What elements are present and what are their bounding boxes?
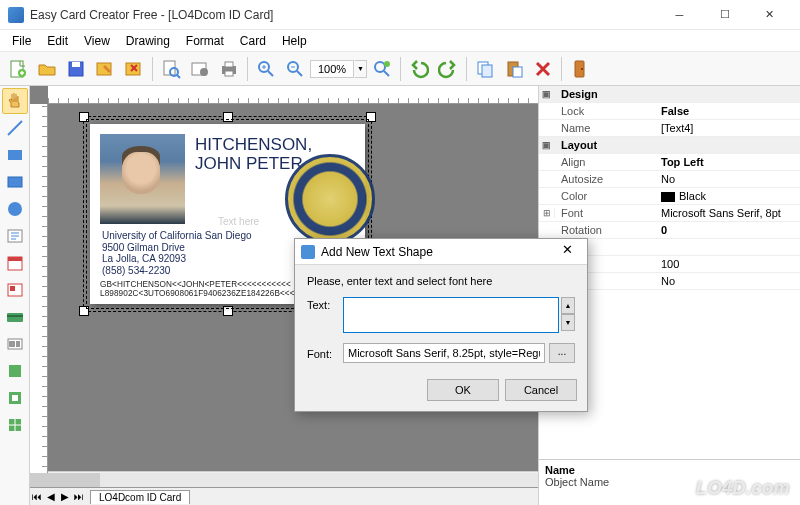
svg-rect-28	[8, 257, 22, 261]
tool-palette	[0, 86, 30, 505]
svg-rect-18	[482, 65, 492, 77]
svg-point-25	[8, 202, 22, 216]
print-button[interactable]	[215, 55, 243, 83]
menu-edit[interactable]: Edit	[39, 32, 76, 50]
maximize-button[interactable]: ☐	[702, 1, 747, 29]
ruler-horizontal	[48, 86, 538, 104]
close-button[interactable]: ✕	[747, 1, 792, 29]
menu-help[interactable]: Help	[274, 32, 315, 50]
dialog-close-button[interactable]: ✕	[553, 242, 581, 262]
text-spin-up[interactable]: ▲	[561, 297, 575, 314]
menu-drawing[interactable]: Drawing	[118, 32, 178, 50]
svg-rect-32	[7, 315, 23, 317]
tool-shape-a[interactable]	[2, 358, 28, 384]
sheet-tabs: ⏮ ◀ ▶ ⏭ LO4Dcom ID Card	[30, 487, 538, 505]
tool-barcode[interactable]	[2, 331, 28, 357]
menu-file[interactable]: File	[4, 32, 39, 50]
main-toolbar: 100% ▼	[0, 52, 800, 86]
card-name-line2: JOHN PETER	[195, 154, 303, 173]
tool-card[interactable]	[2, 304, 28, 330]
svg-point-15	[375, 62, 385, 72]
watermark: LO4D.com	[696, 478, 790, 499]
ok-button[interactable]: OK	[427, 379, 499, 401]
paste-button[interactable]	[500, 55, 528, 83]
tool-rect[interactable]	[2, 142, 28, 168]
edit-button[interactable]	[91, 55, 119, 83]
prop-name[interactable]: [Text4]	[655, 122, 800, 134]
svg-rect-11	[225, 62, 233, 67]
card-mrz[interactable]: GB<HITCHENSON<<JOHN<PETER<<<<<<<<<<< L89…	[100, 280, 314, 298]
zoom-in-button[interactable]	[252, 55, 280, 83]
svg-rect-23	[8, 150, 22, 160]
tool-image[interactable]	[2, 277, 28, 303]
prop-align[interactable]: Top Left	[655, 156, 800, 168]
minimize-button[interactable]: ─	[657, 1, 702, 29]
svg-rect-31	[7, 313, 23, 322]
card-address[interactable]: University of California San Diego 9500 …	[102, 230, 252, 276]
exit-button[interactable]	[566, 55, 594, 83]
delete-button[interactable]	[120, 55, 148, 83]
remove-button[interactable]	[529, 55, 557, 83]
sheet-next[interactable]: ▶	[58, 491, 72, 502]
tool-text[interactable]	[2, 223, 28, 249]
tool-shape-c[interactable]	[2, 412, 28, 438]
prop-autosize[interactable]: No	[655, 173, 800, 185]
collapse-layout[interactable]: ▣	[539, 140, 555, 150]
svg-rect-12	[225, 71, 233, 76]
menubar: File Edit View Drawing Format Card Help	[0, 30, 800, 52]
tool-shape-b[interactable]	[2, 385, 28, 411]
dialog-title: Add New Text Shape	[321, 245, 553, 259]
save-button[interactable]	[62, 55, 90, 83]
prop-extra2[interactable]: No	[655, 275, 800, 287]
add-text-dialog: Add New Text Shape ✕ Please, enter text …	[294, 238, 588, 412]
svg-rect-36	[12, 395, 18, 401]
zoom-fit-button[interactable]	[368, 55, 396, 83]
text-spin-down[interactable]: ▼	[561, 314, 575, 331]
redo-button[interactable]	[434, 55, 462, 83]
window-title: Easy Card Creator Free - [LO4Dcom ID Car…	[30, 8, 657, 22]
svg-rect-34	[9, 365, 21, 377]
sheet-prev[interactable]: ◀	[44, 491, 58, 502]
tool-hand[interactable]	[2, 88, 28, 114]
zoom-dropdown[interactable]: ▼	[355, 60, 367, 78]
card-seal[interactable]	[285, 154, 375, 244]
open-button[interactable]	[33, 55, 61, 83]
text-input[interactable]	[343, 297, 559, 333]
menu-format[interactable]: Format	[178, 32, 232, 50]
menu-view[interactable]: View	[76, 32, 118, 50]
tool-circle[interactable]	[2, 196, 28, 222]
font-label: Font:	[307, 346, 343, 360]
prop-lock[interactable]: False	[655, 105, 800, 117]
tool-date[interactable]	[2, 250, 28, 276]
preview-button[interactable]	[157, 55, 185, 83]
cancel-button[interactable]: Cancel	[505, 379, 577, 401]
card-text-placeholder[interactable]: Text here	[218, 216, 259, 227]
scrollbar-horizontal[interactable]	[30, 471, 538, 487]
card-name[interactable]: HITCHENSON, JOHN PETER	[195, 136, 312, 173]
tool-line[interactable]	[2, 115, 28, 141]
font-browse-button[interactable]: ...	[549, 343, 575, 363]
expand-font[interactable]: ⊞	[539, 208, 555, 218]
menu-card[interactable]: Card	[232, 32, 274, 50]
new-button[interactable]	[4, 55, 32, 83]
prop-color[interactable]: Black	[655, 190, 800, 202]
app-icon	[8, 7, 24, 23]
copy-button[interactable]	[471, 55, 499, 83]
font-input[interactable]	[343, 343, 545, 363]
tool-rect-outline[interactable]	[2, 169, 28, 195]
sheet-tab[interactable]: LO4Dcom ID Card	[90, 490, 190, 504]
collapse-design[interactable]: ▣	[539, 89, 555, 99]
dialog-icon	[301, 245, 315, 259]
prop-font[interactable]: Microsoft Sans Serif, 8pt	[655, 207, 800, 219]
svg-rect-24	[8, 177, 22, 187]
zoom-out-button[interactable]	[281, 55, 309, 83]
card-photo[interactable]	[100, 134, 185, 224]
settings-button[interactable]	[186, 55, 214, 83]
prop-rotation[interactable]: 0	[655, 224, 800, 236]
undo-button[interactable]	[405, 55, 433, 83]
zoom-input[interactable]: 100%	[310, 60, 354, 78]
prop-extra1[interactable]: 100	[655, 258, 800, 270]
svg-point-9	[200, 68, 208, 76]
sheet-last[interactable]: ⏭	[72, 491, 86, 502]
sheet-first[interactable]: ⏮	[30, 491, 44, 502]
